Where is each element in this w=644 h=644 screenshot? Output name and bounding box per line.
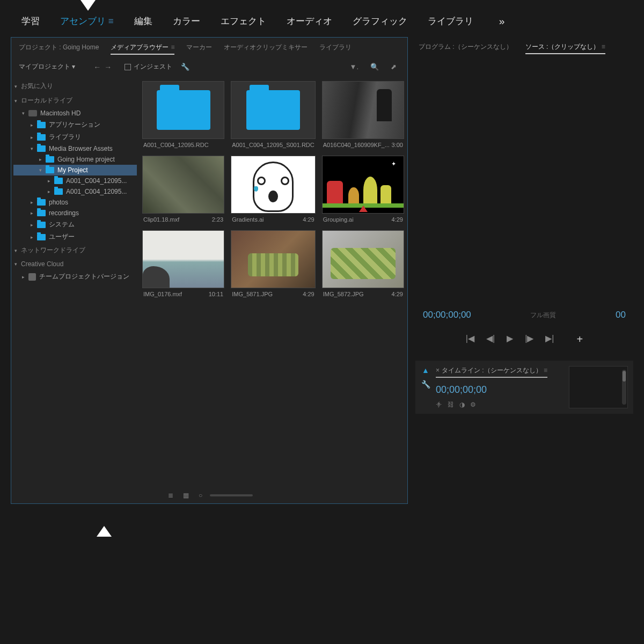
- panel-tab-markers[interactable]: マーカー: [186, 43, 212, 55]
- tree-subfolder-1[interactable]: ▸A001_C004_12095...: [13, 175, 137, 186]
- tree-label: recordings: [49, 209, 79, 217]
- settings-icon[interactable]: ⚙: [470, 401, 476, 408]
- tree-going-home[interactable]: ▸Going Home project: [13, 154, 137, 165]
- tree-my-project[interactable]: ▾My Project: [13, 165, 137, 175]
- media-item[interactable]: A016C040_160909KF_...3:00: [322, 81, 404, 148]
- workspace-tab-edit[interactable]: 編集: [134, 15, 152, 27]
- media-item[interactable]: A001_C004_12095.RDC: [142, 81, 224, 148]
- item-duration: 3:00: [392, 142, 403, 148]
- scrollbar-thumb[interactable]: [623, 371, 626, 382]
- tree-network[interactable]: ▾ネットワークドライブ: [13, 243, 137, 258]
- step-forward-button[interactable]: |▶: [525, 333, 533, 346]
- panel-tab-libraries[interactable]: ライブラリ: [319, 43, 352, 55]
- workspace-tab-audio[interactable]: オーディオ: [287, 15, 332, 27]
- folder-icon: [46, 167, 54, 173]
- go-to-in-button[interactable]: |◀: [466, 333, 474, 346]
- media-item[interactable]: Gradients.ai4:29: [231, 156, 316, 223]
- tree-label: アプリケーション: [49, 120, 100, 129]
- item-duration: 4:29: [303, 291, 314, 297]
- tree-label: チームプロジェクトバージョン: [39, 272, 129, 281]
- monitor-timecode-row: 00;00;00;00 フル画質 00: [415, 306, 633, 324]
- workspace-tab-libraries[interactable]: ライブラリ: [428, 15, 473, 27]
- tree-applications[interactable]: ▸アプリケーション: [13, 119, 137, 131]
- link-icon[interactable]: ⛓: [448, 401, 454, 408]
- tree-drive[interactable]: ▾Macintosh HD: [13, 108, 137, 119]
- caret-icon: ▾: [22, 111, 27, 116]
- workspace-overflow-button[interactable]: »: [499, 16, 505, 27]
- timeline-track-area[interactable]: [569, 366, 628, 408]
- tree-local-drives[interactable]: ▾ローカルドライブ: [13, 93, 137, 108]
- panel-tab-strip: プロジェクト : Going Home メディアブラウザー≡ マーカー オーディ…: [11, 38, 407, 58]
- source-monitor-tab[interactable]: ソース :（クリップなし） ≡: [525, 42, 605, 54]
- search-icon[interactable]: 🔍: [370, 63, 379, 71]
- folder-icon: [46, 156, 54, 163]
- panel-tab-project[interactable]: プロジェクト : Going Home: [19, 43, 99, 55]
- timeline-tab[interactable]: ×タイムライン :（シーケンスなし） ≡: [436, 366, 547, 378]
- current-timecode[interactable]: 00;00;00;00: [423, 310, 471, 320]
- go-to-out-button[interactable]: ▶|: [545, 333, 554, 346]
- workspace-tab-color[interactable]: カラー: [173, 15, 200, 27]
- panel-menu-icon: ≡: [544, 367, 547, 374]
- settings-wrench-icon[interactable]: 🔧: [181, 63, 189, 71]
- marker-icon[interactable]: ◑: [459, 401, 465, 408]
- media-item[interactable]: A001_C004_12095_S001.RDC: [231, 81, 316, 148]
- panel-tab-menu-icon[interactable]: ≡: [171, 43, 174, 51]
- timeline-tools: ▲ 🔧: [421, 366, 430, 408]
- zoom-track[interactable]: [210, 494, 253, 496]
- nav-back-button[interactable]: ←: [93, 63, 101, 71]
- snap-icon[interactable]: ⸎: [436, 401, 442, 408]
- add-button[interactable]: +: [576, 333, 583, 346]
- folder-icon: [37, 145, 46, 152]
- workspace-tab-graphics[interactable]: グラフィック: [353, 15, 407, 27]
- tree-favorites[interactable]: ▾お気に入り: [13, 79, 137, 93]
- ingest-label: インジェスト: [134, 62, 172, 71]
- play-button[interactable]: ▶: [507, 333, 513, 346]
- tree-creative-cloud[interactable]: ▾Creative Cloud: [13, 258, 137, 270]
- tool-wrench-icon[interactable]: 🔧: [421, 380, 430, 389]
- thumbnail-grid: A001_C004_12095.RDC A001_C004_12095_S001…: [139, 76, 407, 487]
- panel-tab-audio-mixer[interactable]: オーディオクリップミキサー: [224, 43, 308, 55]
- panel-tab-media-browser[interactable]: メディアブラウザー≡: [111, 43, 174, 55]
- workspace-tab-learn[interactable]: 学習: [21, 15, 40, 27]
- tree-users[interactable]: ▸ユーザー: [13, 231, 137, 243]
- media-item[interactable]: IMG_5872.JPG4:29: [322, 230, 404, 297]
- caret-icon: ▾: [14, 98, 20, 104]
- tree-system[interactable]: ▸システム: [13, 218, 137, 231]
- program-monitor-tab[interactable]: プログラム :（シーケンスなし）: [419, 42, 513, 54]
- resolution-dropdown[interactable]: フル画質: [530, 311, 556, 320]
- tree-recordings[interactable]: ▸recordings: [13, 208, 137, 218]
- step-back-button[interactable]: ◀|: [486, 333, 495, 346]
- tree-label: A001_C004_12095...: [66, 177, 127, 185]
- panel-menu-icon: ≡: [602, 43, 605, 50]
- caret-icon: ▾: [31, 146, 36, 151]
- nav-forward-button[interactable]: →: [104, 63, 112, 71]
- timeline-scrollbar[interactable]: [622, 370, 626, 405]
- zoom-slider[interactable]: ○: [199, 492, 202, 499]
- filter-icon[interactable]: ▼.: [350, 63, 358, 71]
- icon-view-button[interactable]: ▦: [183, 492, 189, 499]
- media-item[interactable]: ✦ Grouping.ai4:29: [322, 156, 404, 223]
- tree-media-assets[interactable]: ▾Media Browser Assets: [13, 143, 137, 154]
- workspace-tab-assembly[interactable]: アセンブリ ≡: [60, 15, 114, 27]
- selection-tool[interactable]: ▲: [421, 366, 430, 375]
- caret-icon: ▸: [31, 222, 36, 228]
- workspace-tab-effects[interactable]: エフェクト: [221, 15, 266, 27]
- folder-icon: [54, 178, 63, 184]
- tree-subfolder-2[interactable]: ▸A001_C004_12095...: [13, 186, 137, 197]
- list-view-button[interactable]: ≣: [168, 492, 173, 499]
- timeline-timecode[interactable]: 00;00;00;00: [436, 384, 564, 396]
- tree-library[interactable]: ▸ライブラリ: [13, 131, 137, 143]
- media-item[interactable]: IMG_0176.mxf10:11: [142, 230, 224, 297]
- new-item-icon[interactable]: ⬈: [391, 63, 397, 71]
- media-item[interactable]: Clip01.18.mxf2:23: [142, 156, 224, 223]
- item-name: IMG_5872.JPG: [323, 291, 364, 297]
- ingest-checkbox[interactable]: インジェスト: [125, 62, 172, 71]
- timeline-panel: ▲ 🔧 ×タイムライン :（シーケンスなし） ≡ 00;00;00;00 ⸎ ⛓…: [415, 361, 633, 414]
- item-name: Clip01.18.mxf: [143, 216, 179, 223]
- tree-photos[interactable]: ▸photos: [13, 197, 137, 208]
- project-dropdown[interactable]: マイプロジェクト ▾: [19, 62, 75, 71]
- top-indicator-arrow: [80, 0, 96, 11]
- media-item[interactable]: IMG_5871.JPG4:29: [231, 230, 316, 297]
- tree-team-project[interactable]: ▸チームプロジェクトバージョン: [13, 270, 137, 283]
- caret-icon: ▸: [31, 200, 36, 205]
